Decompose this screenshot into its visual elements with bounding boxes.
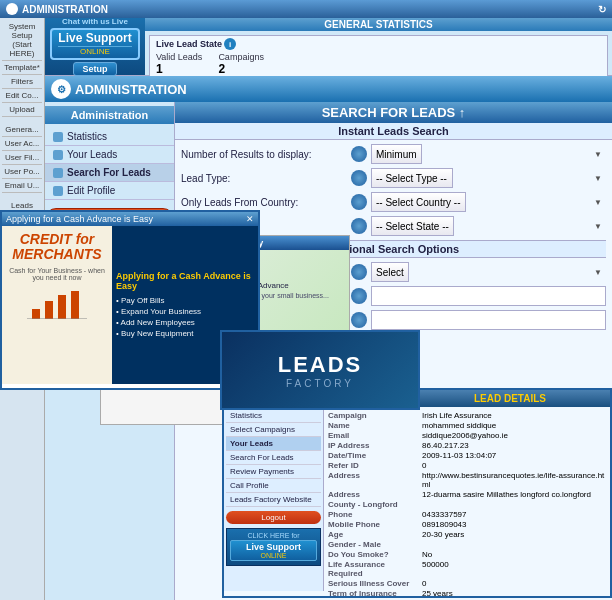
sidebar-item-userac[interactable]: User Ac... (2, 137, 42, 151)
sidebar-item-userfil[interactable]: User Fil... (2, 151, 42, 165)
svg-rect-1 (45, 301, 53, 319)
lead-type-select[interactable]: -- Select Type -- (371, 168, 453, 188)
state-select[interactable]: -- Select State -- (371, 216, 454, 236)
stats-title: GENERAL STATISTICS (145, 18, 612, 31)
sidebar-item-emailu[interactable]: Email U... (2, 179, 42, 193)
form-row-country: Only Leads From Country: -- Select Count… (181, 192, 606, 212)
credit-window-close[interactable]: ✕ (246, 214, 254, 224)
credit-window-title: Applying for a Cash Advance is Easy (6, 214, 153, 224)
lead-nav-your-leads[interactable]: Your Leads (226, 437, 321, 451)
credit-logo: CREDIT for MERCHANTS (12, 232, 101, 263)
sidebar-item-userpo[interactable]: User Po... (2, 165, 42, 179)
lead-details-window[interactable]: Applicant LEAD DETAILS Statistics Select… (222, 388, 612, 598)
sidebar-item-filters[interactable]: Filters (2, 75, 42, 89)
extra1-icon (351, 288, 367, 304)
lead-nav-call-profile[interactable]: Call Profile (226, 479, 321, 493)
url-value: http://www.bestinsurancequotes.ie/life-a… (422, 471, 606, 489)
nav-your-leads[interactable]: Your Leads (45, 146, 174, 164)
sidebar-item-system-setup[interactable]: System Setup (Start HERE) (2, 20, 42, 61)
country-icon (351, 194, 367, 210)
term-value: 25 years (422, 589, 606, 598)
name-value: mohammed siddique (422, 421, 606, 430)
extra2-icon (351, 312, 367, 328)
admin-main-title: ADMINISTRATION (75, 82, 187, 97)
form-row-leadtype: Lead Type: -- Select Type -- (181, 168, 606, 188)
search-header: SEARCH FOR LEADS ↑ (175, 102, 612, 123)
live-support-panel[interactable]: Chat with us Live Live Support ONLINE Se… (45, 18, 145, 75)
mobile-label: Mobile Phone (328, 520, 418, 529)
svg-rect-0 (32, 309, 40, 319)
credit-tagline: Cash for Your Business - when you need i… (8, 267, 106, 281)
lead-nav: Statistics Select Campaigns Your Leads S… (224, 407, 324, 591)
results-select[interactable]: Minimum (371, 144, 422, 164)
gender-label: Gender - Male (328, 540, 418, 549)
cover-value: 0 (422, 579, 606, 588)
smoke-value: No (422, 550, 606, 559)
amount-value: 500000 (422, 560, 606, 578)
term-label: Term of Insurance (328, 589, 418, 598)
refer-value: 0 (422, 461, 606, 470)
sidebar-item-genera[interactable]: Genera... (2, 123, 42, 137)
lead-nav-search-leads[interactable]: Search For Leads (226, 451, 321, 465)
mobile-value: 0891809043 (422, 520, 606, 529)
sidebar-item-upload[interactable]: Upload (2, 103, 42, 117)
campaign-value: Irish Life Assurance (422, 411, 606, 420)
live-support-widget-title: Live Support (233, 542, 314, 552)
edit-profile-icon (53, 186, 63, 196)
smoke-label: Do You Smoke? (328, 550, 418, 559)
leads-factory-window[interactable]: LEADS FACTORY (220, 330, 420, 410)
chat-label: Chat with us Live (62, 18, 128, 26)
sidebar-item-template[interactable]: Template* (2, 61, 42, 75)
lead-body: Statistics Select Campaigns Your Leads S… (224, 407, 610, 591)
lead-nav-factory-website[interactable]: Leads Factory Website (226, 493, 321, 507)
setup-button[interactable]: Setup (73, 62, 116, 76)
address-value: 12-duarma sasire Millathes longford co.l… (422, 490, 606, 499)
word-select-wrapper: Select (371, 262, 606, 282)
lead-details-grid: Campaign Irish Life Assurance Name moham… (328, 411, 606, 598)
lead-nav-logout[interactable]: Logout (226, 511, 321, 524)
live-support-widget-subtitle: ONLINE (233, 552, 314, 559)
extra1-input[interactable] (371, 286, 606, 306)
nav-statistics[interactable]: Statistics (45, 128, 174, 146)
valid-leads-label: Valid Leads (156, 52, 202, 62)
country-select[interactable]: -- Select Country -- (371, 192, 466, 212)
datetime-value: 2009-11-03 13:04:07 (422, 451, 606, 460)
credit-chart-icon (27, 289, 87, 319)
live-support-click-label: CLICK HERE for (230, 532, 317, 539)
lead-nav-review-payments[interactable]: Review Payments (226, 465, 321, 479)
admin-icon: ⚙ (51, 79, 71, 99)
campaigns-label: Campaigns (218, 52, 264, 62)
extra2-input[interactable] (371, 310, 606, 330)
results-label: Number of Results to display: (181, 149, 351, 160)
nav-edit-profile[interactable]: Edit Profile (45, 182, 174, 200)
live-support-subtitle: ONLINE (58, 46, 131, 56)
amount-label: Life Assurance Required (328, 560, 418, 578)
word-select[interactable]: Select (371, 262, 409, 282)
word-icon (351, 264, 367, 280)
valid-leads-value: 1 (156, 62, 202, 76)
refresh-icon[interactable]: ↻ (598, 4, 606, 15)
results-icon (351, 146, 367, 162)
top-bar: ADMINISTRATION ↻ (0, 0, 612, 18)
name-label: Name (328, 421, 418, 430)
statistics-icon (53, 132, 63, 142)
svg-rect-3 (71, 291, 79, 319)
country-label: Only Leads From Country: (181, 197, 351, 208)
ip-label: IP Address (328, 441, 418, 450)
state-select-wrapper: -- Select State -- (371, 216, 606, 236)
admin-nav-title: Administration (45, 106, 174, 124)
campaign-label: Campaign (328, 411, 418, 420)
live-support-widget[interactable]: CLICK HERE for Live Support ONLINE (226, 528, 321, 566)
your-leads-icon (53, 150, 63, 160)
age-label: Age (328, 530, 418, 539)
lead-nav-campaigns[interactable]: Select Campaigns (226, 423, 321, 437)
phone-value: 0433337597 (422, 510, 606, 519)
leads-factory-title: LEADS (278, 352, 363, 378)
sidebar-item-edit[interactable]: Edit Co... (2, 89, 42, 103)
nav-search-leads[interactable]: Search For Leads (45, 164, 174, 182)
form-row-results: Number of Results to display: Minimum (181, 144, 606, 164)
lead-nav-statistics[interactable]: Statistics (226, 409, 321, 423)
live-lead-info-icon[interactable]: i (224, 38, 236, 50)
county-label: County - Longford (328, 500, 418, 509)
cover-label: Serious Illness Cover (328, 579, 418, 588)
